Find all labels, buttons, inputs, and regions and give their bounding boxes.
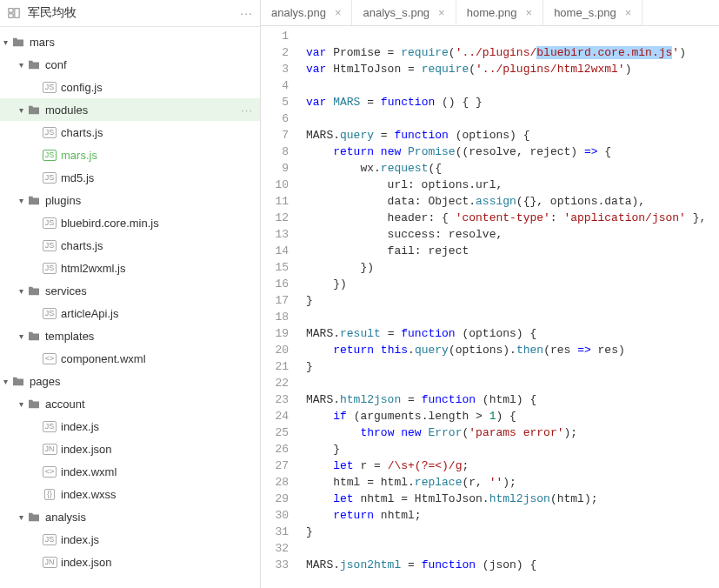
file-badge: JS: [42, 421, 57, 432]
code-line[interactable]: }: [306, 358, 719, 375]
editor-tab[interactable]: analys_s.png×: [352, 0, 456, 25]
file-item[interactable]: JSconfig.js: [0, 76, 260, 98]
tree-item-label: index.json: [61, 443, 112, 456]
tree-arrow[interactable]: ▾: [16, 105, 26, 115]
code-line[interactable]: [306, 77, 719, 94]
folder-item[interactable]: ▾modules···: [0, 98, 260, 121]
tree-item-label: html2wxml.js: [61, 262, 125, 275]
code-line[interactable]: }): [306, 259, 719, 276]
editor-tab[interactable]: home_s.png×: [543, 0, 642, 25]
file-item[interactable]: JSmd5.js: [0, 166, 260, 189]
file-item[interactable]: JSindex.js: [0, 415, 260, 438]
file-badge: JN: [42, 444, 57, 455]
tab-label: analys.png: [271, 6, 326, 19]
file-item[interactable]: JShtml2wxml.js: [0, 257, 260, 279]
folder-item[interactable]: ▾analysis: [0, 505, 260, 528]
code-line[interactable]: return nhtml;: [306, 507, 719, 524]
folder-icon: [10, 376, 26, 386]
line-number: 21: [261, 358, 289, 375]
code-line[interactable]: html = html.replace(r, '');: [306, 474, 719, 491]
code-line[interactable]: }: [306, 524, 719, 540]
editor-tab[interactable]: home.png×: [456, 0, 543, 25]
more-button[interactable]: ···: [240, 6, 253, 20]
tree-arrow[interactable]: ▾: [16, 399, 26, 409]
file-item[interactable]: {}index.wxss: [0, 483, 260, 505]
folder-item[interactable]: ▾account: [0, 392, 260, 415]
explorer-icon[interactable]: [7, 6, 21, 20]
line-number: 23: [261, 391, 289, 408]
code-line[interactable]: }): [306, 276, 719, 292]
code-line[interactable]: [306, 309, 719, 325]
tree-arrow[interactable]: ▾: [0, 37, 10, 47]
code-line[interactable]: [306, 375, 719, 391]
file-item[interactable]: JSarticleApi.js: [0, 302, 260, 324]
file-item[interactable]: JNindex.json: [0, 438, 260, 460]
tree-arrow[interactable]: ▾: [16, 60, 26, 70]
file-item[interactable]: <>component.wxml: [0, 347, 260, 370]
tree-arrow[interactable]: ▾: [16, 196, 26, 205]
line-number: 27: [261, 458, 289, 474]
code-line[interactable]: let nhtml = HtmlToJson.html2json(html);: [306, 491, 719, 507]
code-line[interactable]: header: { 'content-type': 'application/j…: [306, 210, 719, 226]
file-item[interactable]: JScharts.js: [0, 121, 260, 144]
code-line[interactable]: }: [306, 292, 719, 309]
code-line[interactable]: MARS.json2html = function (json) {: [306, 557, 719, 573]
code-editor[interactable]: 1234567891011121314151617181920212223242…: [261, 26, 719, 588]
folder-item[interactable]: ▾plugins: [0, 189, 260, 211]
code-line[interactable]: [306, 540, 719, 557]
code-line[interactable]: return this.query(options).then(res => r…: [306, 342, 719, 358]
file-badge: JS: [42, 263, 57, 274]
code-line[interactable]: fail: reject: [306, 243, 719, 259]
tree-item-label: index.js: [61, 420, 99, 433]
tree-arrow[interactable]: ▾: [0, 377, 10, 386]
code-line[interactable]: var MARS = function () { }: [306, 94, 719, 110]
sidebar: 军民均牧 ··· ▾mars▾confJSconfig.js▾modules··…: [0, 0, 261, 588]
code-line[interactable]: return new Promise((resolve, reject) => …: [306, 144, 719, 160]
folder-icon: [26, 195, 42, 205]
code-line[interactable]: MARS.query = function (options) {: [306, 127, 719, 144]
code-content[interactable]: var Promise = require('../plugins/bluebi…: [299, 26, 719, 588]
code-line[interactable]: data: Object.assign({}, options.data),: [306, 193, 719, 210]
close-icon[interactable]: ×: [335, 6, 342, 19]
line-number: 33: [261, 557, 289, 573]
close-icon[interactable]: ×: [438, 6, 445, 19]
code-line[interactable]: throw new Error('params error');: [306, 424, 719, 441]
line-number: 15: [261, 259, 289, 276]
code-line[interactable]: let r = /\s+(?=<)/g;: [306, 458, 719, 474]
folder-item[interactable]: ▾conf: [0, 53, 260, 76]
code-line[interactable]: url: options.url,: [306, 177, 719, 193]
folder-item[interactable]: ▾services: [0, 279, 260, 302]
tree-item-label: charts.js: [61, 126, 103, 139]
line-number: 2: [261, 44, 289, 61]
file-item[interactable]: JNindex.json: [0, 551, 260, 573]
code-line[interactable]: MARS.html2json = function (html) {: [306, 391, 719, 408]
more-icon[interactable]: ···: [241, 104, 253, 117]
folder-icon: [26, 59, 42, 70]
folder-item[interactable]: ▾mars: [0, 30, 260, 53]
tree-arrow[interactable]: ▾: [16, 331, 26, 341]
close-icon[interactable]: ×: [526, 6, 533, 19]
close-icon[interactable]: ×: [625, 6, 632, 19]
file-item[interactable]: JScharts.js: [0, 234, 260, 257]
file-item[interactable]: JSbluebird.core.min.js: [0, 211, 260, 234]
file-badge: JN: [42, 557, 57, 568]
line-number: 10: [261, 177, 289, 193]
code-line[interactable]: [306, 110, 719, 127]
file-item[interactable]: JSindex.js: [0, 528, 260, 551]
code-line[interactable]: var HtmlToJson = require('../plugins/htm…: [306, 61, 719, 77]
code-line[interactable]: wx.request({: [306, 160, 719, 177]
code-line[interactable]: var Promise = require('../plugins/bluebi…: [306, 44, 719, 61]
folder-item[interactable]: ▾pages: [0, 370, 260, 392]
code-line[interactable]: success: resolve,: [306, 226, 719, 243]
file-item[interactable]: <>index.wxml: [0, 460, 260, 483]
code-line[interactable]: MARS.result = function (options) {: [306, 325, 719, 342]
tree-arrow[interactable]: ▾: [16, 512, 26, 522]
code-line[interactable]: if (arguments.length > 1) {: [306, 408, 719, 424]
tree-arrow[interactable]: ▾: [16, 286, 26, 296]
file-item[interactable]: JSmars.js: [0, 144, 260, 166]
file-badge: JS: [42, 534, 57, 545]
code-line[interactable]: [306, 28, 719, 44]
editor-tab[interactable]: analys.png×: [261, 0, 352, 25]
code-line[interactable]: }: [306, 441, 719, 458]
folder-item[interactable]: ▾templates: [0, 324, 260, 347]
